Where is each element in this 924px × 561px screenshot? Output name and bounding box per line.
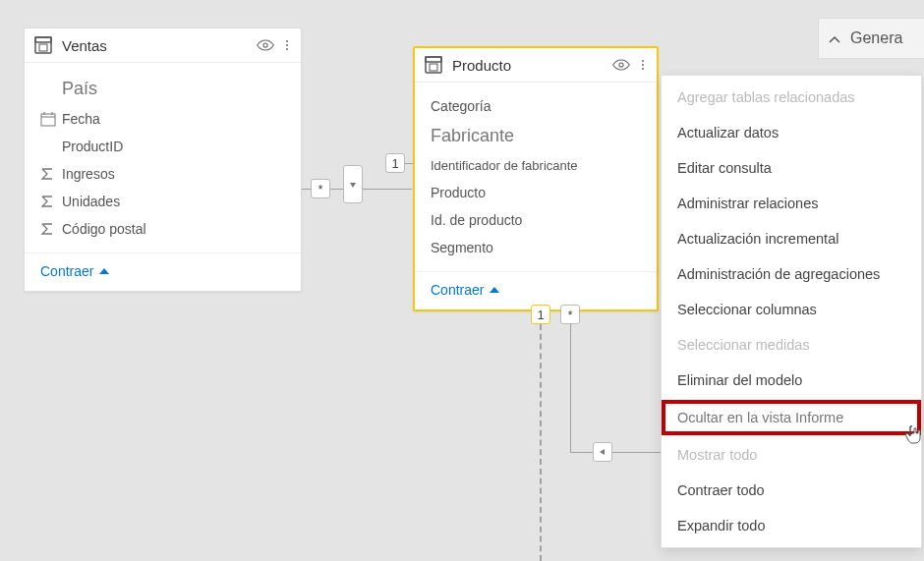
card-title: Ventas xyxy=(62,37,256,54)
filter-direction-icon[interactable] xyxy=(593,442,612,462)
pane-title: Genera xyxy=(850,29,902,47)
visibility-icon[interactable] xyxy=(256,39,275,51)
ctx-actualizacion-incremental[interactable]: Actualización incremental xyxy=(662,221,921,256)
field-id-fabricante[interactable]: Identificador de fabricante xyxy=(415,152,657,179)
svg-rect-2 xyxy=(39,44,47,51)
more-options-icon[interactable] xyxy=(283,36,291,54)
field-segmento[interactable]: Segmento xyxy=(415,234,657,261)
sigma-icon xyxy=(40,167,62,181)
field-fabricante[interactable]: Fabricante xyxy=(415,120,657,152)
table-icon xyxy=(34,36,52,54)
field-producto[interactable]: Producto xyxy=(415,179,657,206)
ctx-seleccionar-columnas[interactable]: Seleccionar columnas xyxy=(662,292,921,327)
table-icon xyxy=(425,56,442,74)
field-codigo-postal[interactable]: Código postal xyxy=(25,215,301,243)
properties-pane-header[interactable]: Genera xyxy=(818,18,924,59)
visibility-icon[interactable] xyxy=(611,59,631,71)
collapse-toggle[interactable]: Contraer xyxy=(25,252,301,291)
field-productid[interactable]: ProductID xyxy=(25,133,301,160)
ctx-actualizar-datos[interactable]: Actualizar datos xyxy=(662,115,921,150)
svg-rect-11 xyxy=(430,64,437,71)
chevron-up-icon xyxy=(490,287,499,293)
svg-rect-10 xyxy=(426,57,441,62)
card-header[interactable]: Ventas xyxy=(25,28,301,63)
more-options-icon[interactable] xyxy=(639,56,647,74)
field-id-producto[interactable]: Id. de producto xyxy=(415,206,657,234)
field-ingresos[interactable]: Ingresos xyxy=(25,160,301,188)
ctx-editar-consulta[interactable]: Editar consulta xyxy=(662,150,921,186)
ctx-admin-agregaciones[interactable]: Administración de agregaciones xyxy=(662,256,921,292)
card-title: Producto xyxy=(452,57,611,74)
model-canvas[interactable]: Ventas País Fecha ProductID xyxy=(0,0,924,561)
ctx-admin-relaciones[interactable]: Administrar relaciones xyxy=(662,186,921,221)
context-menu: Agregar tablas relacionadas Actualizar d… xyxy=(661,75,922,548)
date-icon xyxy=(40,111,62,127)
field-pais[interactable]: País xyxy=(25,73,301,105)
ctx-mostrar-todo: Mostrar todo xyxy=(662,437,921,473)
svg-marker-13 xyxy=(600,449,605,455)
sigma-icon xyxy=(40,222,62,236)
cardinality-one: 1 xyxy=(531,305,550,324)
svg-rect-4 xyxy=(41,114,55,126)
ctx-agregar-tablas: Agregar tablas relacionadas xyxy=(662,80,921,115)
relationship-line-dashed[interactable] xyxy=(540,324,542,561)
cardinality-many: * xyxy=(560,305,580,324)
svg-point-12 xyxy=(619,63,623,67)
cardinality-many: * xyxy=(311,179,330,198)
chevron-up-icon xyxy=(829,32,840,44)
field-fecha[interactable]: Fecha xyxy=(25,105,301,133)
field-categoria[interactable]: Categoría xyxy=(415,92,657,120)
table-card-ventas[interactable]: Ventas País Fecha ProductID xyxy=(24,28,302,292)
svg-rect-1 xyxy=(35,37,51,42)
ctx-contraer-todo[interactable]: Contraer todo xyxy=(662,473,921,508)
chevron-up-icon xyxy=(99,268,109,274)
ctx-seleccionar-medidas: Seleccionar medidas xyxy=(662,327,921,363)
relationship-line-solid[interactable] xyxy=(612,452,662,453)
card-header[interactable]: Producto xyxy=(415,48,657,83)
ctx-expandir-todo[interactable]: Expandir todo xyxy=(662,508,921,543)
ctx-eliminar-modelo[interactable]: Eliminar del modelo xyxy=(662,363,921,398)
relationship-line-solid[interactable] xyxy=(570,324,571,452)
svg-point-3 xyxy=(263,43,267,47)
sigma-icon xyxy=(40,195,62,208)
ctx-ocultar-vista-informe[interactable]: Ocultar en la vista Informe xyxy=(662,400,921,435)
svg-marker-8 xyxy=(350,183,356,188)
cardinality-one: 1 xyxy=(385,153,405,173)
filter-direction-icon[interactable] xyxy=(343,165,363,203)
table-card-producto[interactable]: Producto Categoría Fabricante Identifica… xyxy=(413,46,659,311)
field-unidades[interactable]: Unidades xyxy=(25,188,301,215)
